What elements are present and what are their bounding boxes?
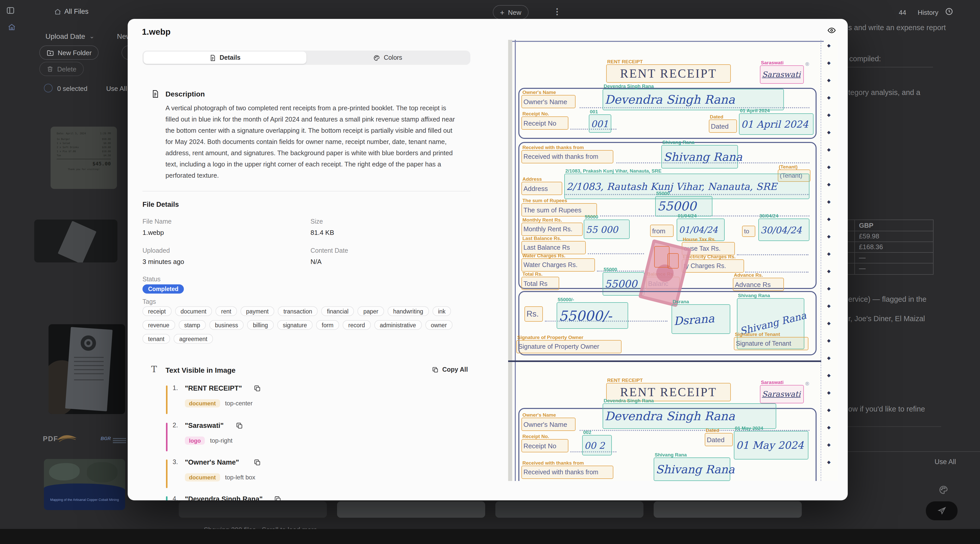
- file-thumbnail-strip[interactable]: [337, 501, 485, 518]
- map-terrain: [49, 463, 80, 480]
- section-divider: [143, 191, 470, 191]
- file-thumbnail-target-receipt[interactable]: [49, 324, 125, 414]
- tag[interactable]: document: [175, 306, 212, 316]
- tag[interactable]: tenant: [143, 334, 170, 344]
- ann-owner-field-2: Owner's NameOwner's Name: [522, 418, 576, 431]
- history-clock-icon[interactable]: [945, 7, 953, 16]
- file-thumbnail-strip[interactable]: [179, 501, 327, 518]
- table-col-divider: [854, 220, 855, 274]
- target-logo-dot: [86, 341, 91, 345]
- description-icon: [151, 90, 159, 98]
- tab-colors[interactable]: Colors: [306, 52, 469, 64]
- status-label: Status: [143, 276, 161, 283]
- breadcrumb[interactable]: All Files: [54, 8, 89, 15]
- chat-use-all-button[interactable]: Use All: [935, 458, 956, 466]
- tag[interactable]: revenue: [143, 320, 175, 330]
- palette-icon[interactable]: [939, 485, 948, 495]
- paper-left-edge: [515, 40, 516, 481]
- ann-receipt-no-value-1: 001001: [589, 115, 611, 133]
- chat-line-1: s and write an expense report: [848, 24, 946, 32]
- file-name-label: File Name: [143, 218, 172, 225]
- file-thumbnail-strip[interactable]: [495, 501, 643, 518]
- select-all-checkbox[interactable]: [44, 84, 52, 92]
- sidebar-toggle-icon[interactable]: [6, 6, 15, 15]
- bottom-bar: [0, 529, 980, 544]
- text-item-3: 3. "Owner's Name" documenttop-left box: [166, 458, 462, 489]
- new-folder-button[interactable]: New Folder: [39, 45, 99, 60]
- file-thumbnail-strip[interactable]: [654, 501, 802, 518]
- ann-tenant-value-2: Shivang RanaShivang Rana: [654, 458, 730, 481]
- tag[interactable]: signature: [277, 320, 313, 330]
- tag[interactable]: financial: [321, 306, 354, 316]
- ann-electricity-charges-1: Electricity Charges Rs.ty Charges Rs.: [682, 259, 744, 273]
- description-text: A vertical photograph of two completed r…: [165, 103, 460, 181]
- send-plane-icon: [937, 506, 946, 515]
- brand-swoosh-logo: [56, 433, 78, 444]
- ann-sig-tenant-label-1: Signature of TenantSignature of Tenant: [734, 337, 808, 350]
- tag[interactable]: stamp: [178, 320, 206, 330]
- tag[interactable]: receipt: [143, 306, 171, 316]
- plus-icon: +: [500, 8, 504, 16]
- selected-count: 0 selected: [57, 85, 88, 92]
- text-item-2: 2. "Saraswati" logotop-right: [166, 422, 462, 452]
- tag[interactable]: record: [343, 320, 371, 330]
- item-badge: document: [185, 473, 220, 482]
- table-header-gbp: GBP: [859, 221, 873, 229]
- history-button[interactable]: History: [918, 9, 939, 16]
- ann-owner-value-1: Devendra Singh RanaDevendra Singh Rana: [603, 89, 784, 110]
- table-row-line: [848, 242, 934, 242]
- use-all-toggle[interactable]: Use All: [106, 85, 127, 92]
- copy-icon[interactable]: [254, 385, 261, 392]
- send-button[interactable]: [925, 501, 958, 521]
- tag[interactable]: form: [316, 320, 339, 330]
- copy-all-button[interactable]: Copy All: [432, 366, 468, 373]
- paper-top-edge: [512, 41, 824, 42]
- tag[interactable]: administrative: [374, 320, 422, 330]
- file-thumbnail-photo[interactable]: [34, 220, 118, 262]
- chat-line-2: compiled:: [849, 55, 881, 63]
- tag[interactable]: owner: [425, 320, 452, 330]
- history-count: 44: [899, 9, 906, 16]
- ann-received-field-1: Received with thanks fromReceived with t…: [522, 150, 613, 163]
- paper-perforation-edge: [821, 40, 822, 481]
- home-rail-icon[interactable]: [8, 23, 16, 31]
- new-button[interactable]: + New: [493, 5, 528, 19]
- copy-icon[interactable]: [274, 496, 282, 500]
- tag[interactable]: paper: [358, 306, 384, 316]
- tag[interactable]: rent: [215, 306, 237, 316]
- folder-plus-icon: [46, 49, 54, 56]
- kebab-menu-icon[interactable]: ⋮: [553, 6, 561, 16]
- annotated-receipt-image[interactable]: ◆◆◆◆◆◆◆◆◆◆◆◆◆◆◆◆◆◆◆◆◆◆◆◆◆ RENT RECEIPTRE…: [508, 40, 837, 481]
- table-cell: —: [859, 264, 865, 272]
- file-name-value: 1.webp: [143, 229, 164, 236]
- tag[interactable]: handwriting: [388, 306, 429, 316]
- file-thumbnail-receipt[interactable]: Date: April 5, 20241:26 PM 1x Burger$50.…: [51, 127, 117, 189]
- ann-date-value-2: 01 May 202401 May 2024: [734, 431, 808, 460]
- tag[interactable]: business: [209, 320, 244, 330]
- copy-icon[interactable]: [254, 459, 261, 466]
- document-icon: [209, 54, 216, 61]
- tag[interactable]: payment: [240, 306, 274, 316]
- ann-tenant-value-1: Shivang RanaShivang Rana: [661, 145, 738, 169]
- tab-bar: Details Colors: [143, 51, 470, 65]
- text-item-4: 4. "Devendra Singh Rana": [166, 495, 462, 500]
- tab-details[interactable]: Details: [143, 52, 306, 64]
- receipt-shape: [58, 221, 97, 262]
- copy-icon[interactable]: [236, 422, 243, 429]
- ann-stamp-box-1: [654, 246, 670, 267]
- ann-date-value-1: 01 April 202401 April 2024: [739, 113, 813, 135]
- tag[interactable]: transaction: [278, 306, 318, 316]
- bgr-logo-lines: [113, 438, 126, 439]
- file-thumbnail-map[interactable]: Mapping of the Artisanal Copper Cobalt M…: [44, 459, 125, 510]
- tag[interactable]: ink: [432, 306, 451, 316]
- chat-line-3: tegory analysis, and a: [848, 88, 920, 97]
- tag[interactable]: agreement: [173, 334, 213, 344]
- tag[interactable]: billing: [247, 320, 274, 330]
- delete-button[interactable]: Delete: [39, 62, 83, 76]
- preview-eye-icon[interactable]: [827, 26, 836, 35]
- ann-address-field-1: AddressAddress: [522, 182, 562, 195]
- chat-divider: [848, 67, 933, 67]
- ann-address-value-1: 2/1083, Prakash Kunj Vihar, Nanauta, SRE…: [564, 173, 810, 199]
- sort-dropdown[interactable]: Upload Date ⌄: [45, 32, 94, 40]
- dotted-line: [588, 241, 644, 254]
